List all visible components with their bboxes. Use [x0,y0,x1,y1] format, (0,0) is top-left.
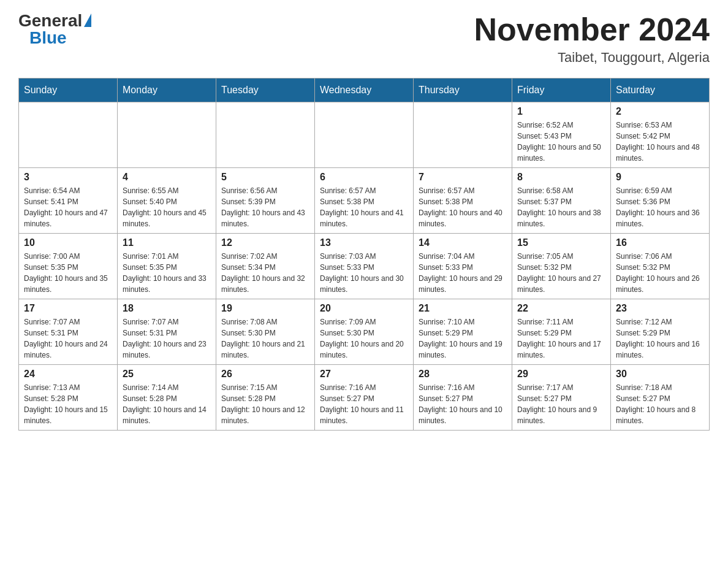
day-number: 14 [419,237,507,248]
col-sunday: Sunday [19,79,118,102]
day-info: Sunrise: 7:12 AMSunset: 5:29 PMDaylight:… [616,316,704,361]
logo: General Blue [18,12,91,47]
day-info: Sunrise: 7:00 AMSunset: 5:35 PMDaylight:… [24,251,112,295]
table-row: 6Sunrise: 6:57 AMSunset: 5:38 PMDaylight… [315,168,414,234]
table-row [19,102,118,168]
day-info: Sunrise: 7:07 AMSunset: 5:31 PMDaylight:… [123,316,211,361]
table-row: 17Sunrise: 7:07 AMSunset: 5:31 PMDayligh… [19,299,118,365]
day-number: 17 [24,303,112,314]
calendar-week-row: 10Sunrise: 7:00 AMSunset: 5:35 PMDayligh… [19,234,710,299]
day-number: 1 [517,106,605,117]
day-info: Sunrise: 7:11 AMSunset: 5:29 PMDaylight:… [517,316,605,361]
month-title: November 2024 [474,12,710,47]
day-info: Sunrise: 7:17 AMSunset: 5:27 PMDaylight:… [517,382,605,426]
table-row: 8Sunrise: 6:58 AMSunset: 5:37 PMDaylight… [512,168,611,234]
day-number: 3 [24,172,112,183]
table-row: 27Sunrise: 7:16 AMSunset: 5:27 PMDayligh… [315,365,414,431]
table-row [118,102,216,168]
day-info: Sunrise: 6:54 AMSunset: 5:41 PMDaylight:… [24,185,112,229]
location-text: Taibet, Touggourt, Algeria [474,50,710,66]
day-info: Sunrise: 7:03 AMSunset: 5:33 PMDaylight:… [320,251,408,295]
day-number: 7 [419,172,507,183]
col-monday: Monday [118,79,216,102]
day-number: 30 [616,369,704,380]
day-info: Sunrise: 6:53 AMSunset: 5:42 PMDaylight:… [616,120,704,164]
table-row: 20Sunrise: 7:09 AMSunset: 5:30 PMDayligh… [315,299,414,365]
table-row: 26Sunrise: 7:15 AMSunset: 5:28 PMDayligh… [216,365,315,431]
calendar-header-row: Sunday Monday Tuesday Wednesday Thursday… [19,79,710,102]
day-info: Sunrise: 6:56 AMSunset: 5:39 PMDaylight:… [221,185,309,229]
day-info: Sunrise: 6:57 AMSunset: 5:38 PMDaylight:… [320,185,408,229]
day-number: 20 [320,303,408,314]
day-info: Sunrise: 6:52 AMSunset: 5:43 PMDaylight:… [517,120,605,164]
day-number: 8 [517,172,605,183]
table-row [414,102,512,168]
day-number: 12 [221,237,309,248]
col-friday: Friday [512,79,611,102]
table-row: 11Sunrise: 7:01 AMSunset: 5:35 PMDayligh… [118,234,216,299]
title-area: November 2024 Taibet, Touggourt, Algeria [474,12,710,66]
day-number: 2 [616,106,704,117]
day-number: 5 [221,172,309,183]
calendar-week-row: 17Sunrise: 7:07 AMSunset: 5:31 PMDayligh… [19,299,710,365]
day-number: 18 [123,303,211,314]
day-info: Sunrise: 7:14 AMSunset: 5:28 PMDaylight:… [123,382,211,426]
day-info: Sunrise: 7:05 AMSunset: 5:32 PMDaylight:… [517,251,605,295]
table-row: 10Sunrise: 7:00 AMSunset: 5:35 PMDayligh… [19,234,118,299]
table-row: 18Sunrise: 7:07 AMSunset: 5:31 PMDayligh… [118,299,216,365]
table-row: 16Sunrise: 7:06 AMSunset: 5:32 PMDayligh… [611,234,710,299]
day-number: 9 [616,172,704,183]
col-saturday: Saturday [611,79,710,102]
calendar-week-row: 1Sunrise: 6:52 AMSunset: 5:43 PMDaylight… [19,102,710,168]
calendar-week-row: 24Sunrise: 7:13 AMSunset: 5:28 PMDayligh… [19,365,710,431]
calendar-week-row: 3Sunrise: 6:54 AMSunset: 5:41 PMDaylight… [19,168,710,234]
col-wednesday: Wednesday [315,79,414,102]
day-number: 25 [123,369,211,380]
day-info: Sunrise: 7:08 AMSunset: 5:30 PMDaylight:… [221,316,309,361]
day-number: 27 [320,369,408,380]
table-row: 30Sunrise: 7:18 AMSunset: 5:27 PMDayligh… [611,365,710,431]
day-number: 23 [616,303,704,314]
table-row: 19Sunrise: 7:08 AMSunset: 5:30 PMDayligh… [216,299,315,365]
logo-blue-text: Blue [29,29,67,47]
table-row: 5Sunrise: 6:56 AMSunset: 5:39 PMDaylight… [216,168,315,234]
table-row: 15Sunrise: 7:05 AMSunset: 5:32 PMDayligh… [512,234,611,299]
table-row: 24Sunrise: 7:13 AMSunset: 5:28 PMDayligh… [19,365,118,431]
day-info: Sunrise: 6:58 AMSunset: 5:37 PMDaylight:… [517,185,605,229]
table-row: 21Sunrise: 7:10 AMSunset: 5:29 PMDayligh… [414,299,512,365]
day-info: Sunrise: 6:57 AMSunset: 5:38 PMDaylight:… [419,185,507,229]
col-thursday: Thursday [414,79,512,102]
day-info: Sunrise: 7:06 AMSunset: 5:32 PMDaylight:… [616,251,704,295]
day-number: 11 [123,237,211,248]
table-row: 25Sunrise: 7:14 AMSunset: 5:28 PMDayligh… [118,365,216,431]
table-row: 9Sunrise: 6:59 AMSunset: 5:36 PMDaylight… [611,168,710,234]
day-number: 28 [419,369,507,380]
table-row [315,102,414,168]
table-row: 7Sunrise: 6:57 AMSunset: 5:38 PMDaylight… [414,168,512,234]
table-row: 23Sunrise: 7:12 AMSunset: 5:29 PMDayligh… [611,299,710,365]
day-number: 10 [24,237,112,248]
day-info: Sunrise: 7:13 AMSunset: 5:28 PMDaylight:… [24,382,112,426]
logo-triangle-icon [84,13,91,27]
day-info: Sunrise: 7:09 AMSunset: 5:30 PMDaylight:… [320,316,408,361]
day-info: Sunrise: 7:01 AMSunset: 5:35 PMDaylight:… [123,251,211,295]
table-row: 3Sunrise: 6:54 AMSunset: 5:41 PMDaylight… [19,168,118,234]
table-row: 13Sunrise: 7:03 AMSunset: 5:33 PMDayligh… [315,234,414,299]
day-info: Sunrise: 6:55 AMSunset: 5:40 PMDaylight:… [123,185,211,229]
day-info: Sunrise: 6:59 AMSunset: 5:36 PMDaylight:… [616,185,704,229]
day-number: 19 [221,303,309,314]
table-row: 22Sunrise: 7:11 AMSunset: 5:29 PMDayligh… [512,299,611,365]
day-info: Sunrise: 7:02 AMSunset: 5:34 PMDaylight:… [221,251,309,295]
day-number: 6 [320,172,408,183]
table-row: 14Sunrise: 7:04 AMSunset: 5:33 PMDayligh… [414,234,512,299]
day-number: 16 [616,237,704,248]
day-number: 22 [517,303,605,314]
day-info: Sunrise: 7:16 AMSunset: 5:27 PMDaylight:… [320,382,408,426]
day-info: Sunrise: 7:07 AMSunset: 5:31 PMDaylight:… [24,316,112,361]
day-number: 13 [320,237,408,248]
logo-general-text: General [18,12,82,29]
day-info: Sunrise: 7:16 AMSunset: 5:27 PMDaylight:… [419,382,507,426]
day-number: 21 [419,303,507,314]
table-row [216,102,315,168]
day-info: Sunrise: 7:15 AMSunset: 5:28 PMDaylight:… [221,382,309,426]
